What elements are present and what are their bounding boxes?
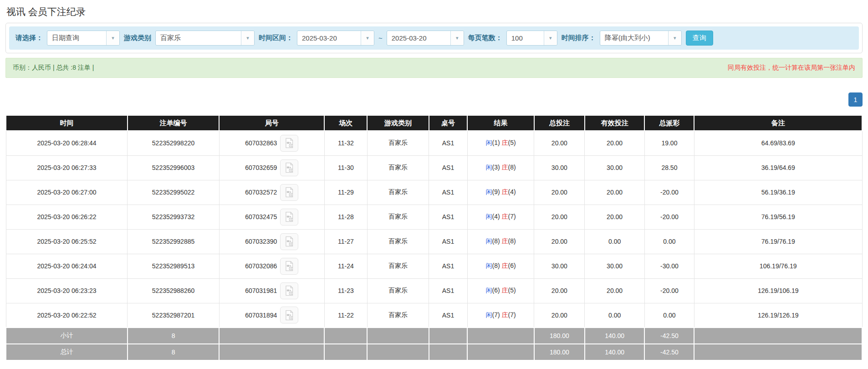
video-playback-icon (283, 236, 295, 247)
table-row: 2025-03-20 06:26:22522352993732607032475… (6, 205, 862, 229)
col-header-round-id: 局号 (219, 115, 324, 131)
cell-result: 闲(8) 庄(6) (467, 254, 534, 278)
cell-note: 106.19/76.19 (694, 254, 862, 278)
valid-bet-notice-text: 同局有效投注，统一计算在该局第一张注单内 (728, 64, 855, 72)
cell-note: 56.19/36.19 (694, 180, 862, 205)
grand-total-row: 总计8180.00140.00-42.50 (6, 344, 862, 360)
chevron-down-icon[interactable]: ▾ (361, 31, 374, 45)
cell-note: 126.19/106.19 (694, 278, 862, 303)
round-id-text: 607031894 (245, 312, 277, 319)
pagination-page-1[interactable]: 1 (848, 92, 863, 107)
col-header-total-payout: 总派彩 (644, 115, 694, 131)
result-player-label: 闲 (486, 237, 492, 245)
cell-valid-bet: 20.00 (585, 205, 645, 229)
video-playback-button[interactable] (280, 233, 298, 250)
cell-result: 闲(3) 庄(8) (467, 155, 534, 180)
table-row: 2025-03-20 06:23:23522352988260607031981… (6, 278, 862, 303)
col-header-note: 备注 (694, 115, 862, 131)
cell-valid-bet: 20.00 (585, 180, 645, 205)
result-banker-score: (8) (508, 237, 516, 245)
cell-valid-bet: 20.00 (585, 131, 645, 155)
query-type-label: 请选择： (15, 34, 43, 42)
chevron-down-icon[interactable]: ▾ (668, 31, 681, 45)
cell-game-type: 百家乐 (367, 205, 429, 229)
result-banker-label: 庄 (502, 164, 508, 171)
result-player-label: 闲 (486, 311, 492, 318)
table-row: 2025-03-20 06:28:44522352998220607032863… (6, 131, 862, 155)
cell-result: 闲(6) 庄(5) (467, 278, 534, 303)
footer-label: 总计 (6, 344, 128, 360)
cell-round-id: 607031894 (219, 303, 324, 328)
round-id-text: 607032390 (245, 238, 277, 245)
video-playback-icon (283, 137, 295, 149)
cell-note: 76.19/76.19 (694, 229, 862, 254)
video-playback-button[interactable] (280, 135, 298, 152)
result-banker-label: 庄 (502, 262, 508, 269)
cell-bet-id: 522352992885 (128, 229, 219, 254)
table-body: 2025-03-20 06:28:44522352998220607032863… (6, 131, 862, 328)
game-type-value: 百家乐 (156, 31, 241, 45)
result-banker-label: 庄 (502, 237, 508, 245)
round-id-text: 607031981 (245, 287, 277, 294)
video-playback-button[interactable] (280, 184, 298, 201)
video-playback-icon (283, 186, 295, 198)
pagination: 1 (5, 92, 863, 107)
query-type-value: 日期查询 (47, 31, 106, 45)
cell-game-type: 百家乐 (367, 303, 429, 328)
page: 视讯 会员下注纪录 请选择： 日期查询 ▾ 游戏类别 百家乐 ▾ 时间区间： 2… (0, 0, 868, 364)
cell-game-type: 百家乐 (367, 180, 429, 205)
cell-total-bet: 20.00 (534, 205, 585, 229)
cell-session: 11-29 (324, 180, 367, 205)
cell-total-payout: -20.00 (644, 180, 694, 205)
cell-total-payout: -20.00 (644, 278, 694, 303)
cell-table-no: AS1 (429, 303, 468, 328)
cell-game-type: 百家乐 (367, 131, 429, 155)
table-row: 2025-03-20 06:24:04522352989513607032086… (6, 254, 862, 278)
round-id-text: 607032863 (245, 139, 277, 147)
query-type-select[interactable]: 日期查询 ▾ (47, 31, 120, 46)
video-playback-button[interactable] (280, 159, 298, 176)
bet-records-table: 时间 注单编号 局号 场次 游戏类别 桌号 结果 总投注 有效投注 总派彩 备注… (5, 115, 863, 361)
result-player-score: (1) (492, 139, 500, 146)
result-banker-label: 庄 (502, 287, 508, 294)
col-header-total-bet: 总投注 (534, 115, 585, 131)
footer-total-bet: 180.00 (534, 328, 585, 344)
cell-valid-bet: 20.00 (585, 278, 645, 303)
cell-total-payout: 0.00 (644, 303, 694, 328)
chevron-down-icon[interactable]: ▾ (450, 31, 464, 45)
chevron-down-icon[interactable]: ▾ (544, 31, 557, 45)
date-from-select[interactable]: 2025-03-20 ▾ (297, 31, 374, 46)
chevron-down-icon[interactable]: ▾ (106, 31, 119, 45)
col-header-game-type: 游戏类别 (367, 115, 429, 131)
table-footer: 小计8180.00140.00-42.50总计8180.00140.00-42.… (6, 328, 862, 360)
date-to-select[interactable]: 2025-03-20 ▾ (387, 31, 464, 46)
table-row: 2025-03-20 06:25:52522352992885607032390… (6, 229, 862, 254)
page-size-select[interactable]: 100 ▾ (506, 31, 557, 46)
search-button[interactable]: 查询 (686, 31, 713, 46)
cell-total-bet: 20.00 (534, 131, 585, 155)
cell-game-type: 百家乐 (367, 278, 429, 303)
chevron-down-icon[interactable]: ▾ (241, 31, 254, 45)
cell-bet-id: 522352998220 (128, 131, 219, 155)
currency-total-text: 币别：人民币 | 总共 :8 注单 | (13, 64, 94, 72)
footer-empty (467, 328, 534, 344)
video-playback-button[interactable] (280, 209, 298, 226)
cell-session: 11-28 (324, 205, 367, 229)
result-banker-score: (7) (508, 311, 516, 318)
footer-empty (219, 328, 324, 344)
game-type-label: 游戏类别 (124, 34, 151, 42)
cell-session: 11-27 (324, 229, 367, 254)
cell-valid-bet: 30.00 (585, 254, 645, 278)
game-type-select[interactable]: 百家乐 ▾ (155, 31, 255, 46)
cell-note: 36.19/64.69 (694, 155, 862, 180)
table-row: 2025-03-20 06:27:33522352996003607032659… (6, 155, 862, 180)
date-to-value: 2025-03-20 (387, 31, 450, 45)
video-playback-icon (283, 260, 295, 272)
cell-time: 2025-03-20 06:24:04 (6, 254, 128, 278)
footer-count: 8 (128, 344, 219, 360)
video-playback-button[interactable] (280, 258, 298, 275)
result-player-label: 闲 (486, 164, 492, 171)
video-playback-button[interactable] (280, 282, 298, 299)
sort-order-select[interactable]: 降幂(由大到小) ▾ (600, 31, 682, 46)
video-playback-button[interactable] (280, 307, 298, 323)
